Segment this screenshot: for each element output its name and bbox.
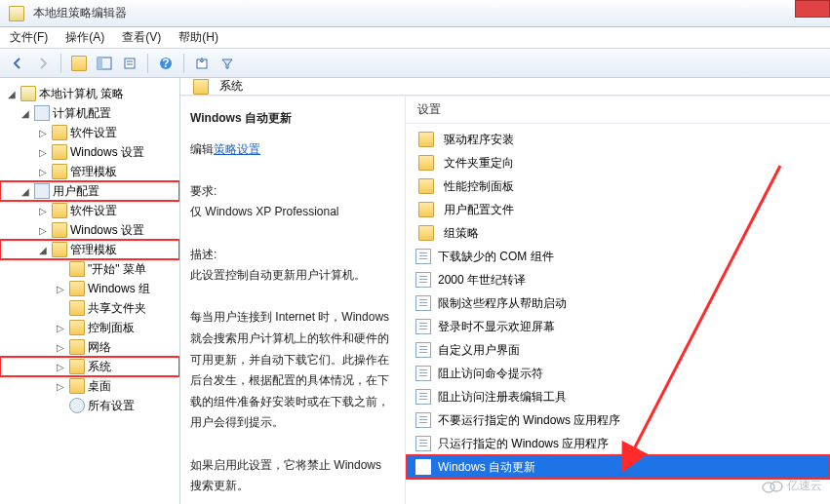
folder-icon — [418, 178, 434, 194]
settings-list-pane: 设置 驱动程序安装文件夹重定向性能控制面板用户配置文件组策略下载缺少的 COM … — [405, 97, 830, 504]
show-hide-tree-button[interactable] — [93, 52, 116, 75]
tree-control-panel[interactable]: 控制面板 — [0, 318, 179, 337]
tree-computer-config[interactable]: 计算机配置 — [0, 103, 179, 123]
filter-button[interactable] — [216, 52, 239, 75]
tree-cc-windows[interactable]: Windows 设置 — [0, 142, 179, 162]
list-item[interactable]: 限制这些程序从帮助启动 — [406, 291, 830, 315]
folder-icon — [52, 125, 67, 140]
close-button[interactable] — [795, 0, 830, 18]
policy-doc-icon — [415, 389, 431, 405]
breadcrumb: 系统 — [219, 78, 243, 95]
list-item[interactable]: Windows 自动更新 — [406, 455, 830, 479]
folder-icon — [193, 79, 209, 95]
separator — [147, 54, 148, 73]
folder-icon — [52, 164, 67, 179]
folder-icon — [52, 203, 67, 218]
tree-user-config[interactable]: 用户配置 — [0, 181, 179, 201]
menu-file[interactable]: 文件(F) — [10, 29, 48, 46]
tree-root[interactable]: 本地计算机 策略 — [0, 84, 179, 103]
properties-button[interactable] — [118, 52, 141, 75]
folder-icon — [52, 222, 67, 238]
detail-pane: 系统 Windows 自动更新 编辑策略设置 要求: 仅 Windows XP … — [180, 78, 830, 504]
computer-icon — [34, 105, 50, 121]
list-item-label: 只运行指定的 Windows 应用程序 — [438, 436, 609, 452]
tree-cc-admin[interactable]: 管理模板 — [0, 162, 179, 181]
list-item-label: 2000 年世纪转译 — [438, 272, 526, 289]
list-item-label: 限制这些程序从帮助启动 — [438, 295, 567, 312]
tree-uc-admin[interactable]: 管理模板 — [0, 240, 179, 259]
tree-uc-software[interactable]: 软件设置 — [0, 201, 179, 220]
list-item[interactable]: 组策略 — [406, 221, 830, 245]
tree-network[interactable]: 网络 — [0, 337, 179, 357]
folder-icon — [52, 242, 67, 257]
svg-rect-2 — [125, 58, 135, 68]
list-item[interactable]: 阻止访问命令提示符 — [406, 362, 830, 385]
menu-view[interactable]: 查看(V) — [122, 29, 161, 46]
settings-list: 驱动程序安装文件夹重定向性能控制面板用户配置文件组策略下载缺少的 COM 组件2… — [406, 124, 830, 504]
list-item-label: Windows 自动更新 — [438, 459, 535, 476]
tree-shared-folders[interactable]: 共享文件夹 — [0, 298, 179, 318]
policy-doc-icon — [415, 249, 431, 264]
separator — [60, 54, 61, 73]
up-button[interactable] — [67, 52, 91, 75]
list-item[interactable]: 驱动程序安装 — [406, 128, 830, 151]
svg-rect-1 — [98, 58, 102, 69]
menu-action[interactable]: 操作(A) — [65, 29, 104, 46]
folder-icon — [52, 144, 67, 160]
detail-header: 系统 — [180, 78, 830, 96]
list-header[interactable]: 设置 — [406, 97, 830, 124]
list-item[interactable]: 阻止访问注册表编辑工具 — [406, 385, 830, 408]
tree-desktop[interactable]: 桌面 — [0, 376, 179, 396]
policy-doc-icon — [415, 366, 431, 381]
folder-icon — [69, 300, 85, 316]
tree-uc-windows[interactable]: Windows 设置 — [0, 220, 179, 240]
tree-cc-software[interactable]: 软件设置 — [0, 123, 179, 142]
list-item[interactable]: 2000 年世纪转译 — [406, 268, 830, 291]
list-item[interactable]: 自定义用户界面 — [406, 338, 830, 362]
list-item-label: 阻止访问命令提示符 — [438, 366, 543, 382]
watermark: 亿速云 — [762, 478, 822, 494]
svg-point-10 — [771, 482, 782, 491]
folder-icon — [69, 378, 85, 394]
description-pane: Windows 自动更新 编辑策略设置 要求: 仅 Windows XP Pro… — [180, 97, 405, 504]
policy-doc-icon — [415, 412, 431, 428]
policy-doc-icon — [415, 319, 431, 334]
req-text: 仅 Windows XP Professional — [190, 202, 395, 223]
list-item[interactable]: 只运行指定的 Windows 应用程序 — [406, 432, 830, 455]
folder-icon — [69, 261, 85, 277]
menu-help[interactable]: 帮助(H) — [178, 29, 218, 46]
folder-icon — [418, 155, 434, 171]
svg-text:?: ? — [162, 57, 169, 70]
list-item-label: 自定义用户界面 — [438, 342, 520, 359]
folder-icon — [418, 202, 434, 217]
list-item[interactable]: 下载缺少的 COM 组件 — [406, 245, 830, 268]
list-item[interactable]: 性能控制面板 — [406, 174, 830, 198]
list-item-label: 不要运行指定的 Windows 应用程序 — [438, 412, 620, 429]
tree-windows-comp[interactable]: Windows 组 — [0, 279, 179, 298]
forward-button[interactable] — [31, 52, 55, 75]
list-item[interactable]: 登录时不显示欢迎屏幕 — [406, 315, 830, 338]
policy-icon — [20, 86, 36, 101]
list-item[interactable]: 用户配置文件 — [406, 198, 830, 221]
tree-start-menu[interactable]: "开始" 菜单 — [0, 259, 179, 279]
list-item[interactable]: 文件夹重定向 — [406, 151, 830, 174]
folder-icon — [418, 225, 434, 241]
desc-text-1: 此设置控制自动更新用户计算机。 — [190, 265, 395, 287]
desc-text-3: 如果启用此设置，它将禁止 Windows 搜索更新。 — [190, 455, 395, 497]
list-item-label: 组策略 — [444, 225, 479, 242]
tree-system[interactable]: 系统 — [0, 357, 179, 376]
tree-all-settings[interactable]: 所有设置 — [0, 396, 179, 415]
back-button[interactable] — [6, 52, 29, 75]
help-button[interactable]: ? — [154, 52, 178, 75]
policy-doc-icon — [415, 272, 431, 288]
toolbar: ? — [0, 49, 830, 78]
policy-title: Windows 自动更新 — [190, 108, 395, 130]
export-button[interactable] — [190, 52, 214, 75]
policy-doc-icon — [415, 459, 431, 475]
list-item[interactable]: 不要运行指定的 Windows 应用程序 — [406, 408, 830, 432]
nav-tree: 本地计算机 策略 计算机配置 软件设置 Windows 设置 管理模板 用户配置… — [0, 78, 180, 504]
menubar: 文件(F) 操作(A) 查看(V) 帮助(H) — [0, 27, 830, 49]
folder-icon — [69, 281, 85, 296]
edit-policy-link[interactable]: 策略设置 — [214, 142, 260, 156]
folder-icon — [69, 320, 85, 335]
